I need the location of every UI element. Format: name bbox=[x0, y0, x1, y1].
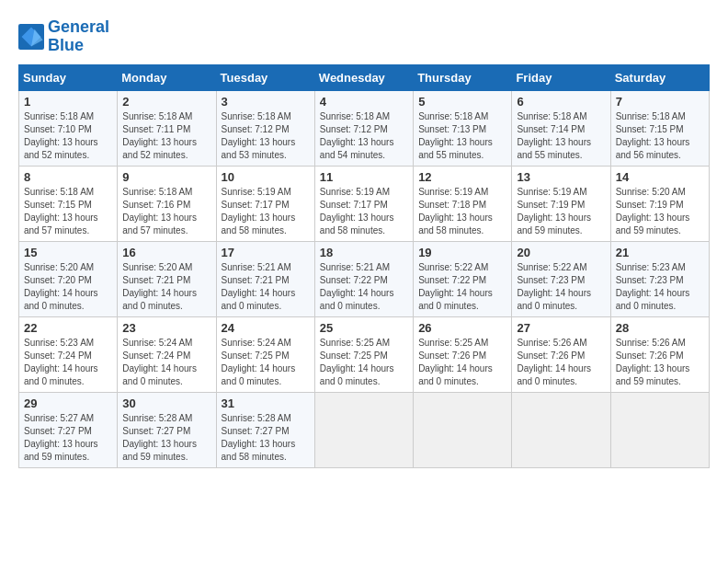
day-info: Sunrise: 5:18 AM Sunset: 7:12 PM Dayligh… bbox=[320, 110, 408, 162]
day-info: Sunrise: 5:18 AM Sunset: 7:10 PM Dayligh… bbox=[24, 110, 112, 162]
day-info: Sunrise: 5:28 AM Sunset: 7:27 PM Dayligh… bbox=[222, 412, 310, 464]
calendar-day-cell: 13 Sunrise: 5:19 AM Sunset: 7:19 PM Dayl… bbox=[512, 166, 610, 241]
calendar-day-cell: 2 Sunrise: 5:18 AM Sunset: 7:11 PM Dayli… bbox=[118, 90, 216, 166]
page-header: GeneralBlue bbox=[18, 18, 710, 55]
day-info: Sunrise: 5:19 AM Sunset: 7:18 PM Dayligh… bbox=[418, 186, 506, 237]
calendar-table: Sunday Monday Tuesday Wednesday Thursday… bbox=[18, 64, 710, 468]
calendar-week-row: 8 Sunrise: 5:18 AM Sunset: 7:15 PM Dayli… bbox=[19, 166, 710, 241]
day-number: 17 bbox=[222, 246, 310, 259]
day-info: Sunrise: 5:25 AM Sunset: 7:26 PM Dayligh… bbox=[418, 337, 506, 388]
col-monday: Monday bbox=[118, 64, 216, 90]
day-info: Sunrise: 5:21 AM Sunset: 7:22 PM Dayligh… bbox=[320, 261, 408, 313]
day-info: Sunrise: 5:22 AM Sunset: 7:23 PM Dayligh… bbox=[517, 261, 605, 313]
header-row: Sunday Monday Tuesday Wednesday Thursday… bbox=[19, 64, 710, 90]
calendar-day-cell: 14 Sunrise: 5:20 AM Sunset: 7:19 PM Dayl… bbox=[610, 166, 709, 241]
calendar-day-cell: 24 Sunrise: 5:24 AM Sunset: 7:25 PM Dayl… bbox=[216, 316, 314, 392]
calendar-week-row: 1 Sunrise: 5:18 AM Sunset: 7:10 PM Dayli… bbox=[19, 90, 710, 166]
day-info: Sunrise: 5:22 AM Sunset: 7:22 PM Dayligh… bbox=[418, 261, 506, 313]
col-thursday: Thursday bbox=[414, 64, 512, 90]
calendar-day-cell bbox=[610, 392, 709, 467]
day-number: 14 bbox=[616, 170, 704, 184]
day-number: 10 bbox=[222, 170, 310, 184]
calendar-day-cell: 29 Sunrise: 5:27 AM Sunset: 7:27 PM Dayl… bbox=[19, 392, 118, 467]
calendar-day-cell: 20 Sunrise: 5:22 AM Sunset: 7:23 PM Dayl… bbox=[512, 241, 610, 316]
day-number: 2 bbox=[122, 95, 210, 109]
calendar-day-cell: 7 Sunrise: 5:18 AM Sunset: 7:15 PM Dayli… bbox=[610, 90, 709, 166]
day-info: Sunrise: 5:18 AM Sunset: 7:11 PM Dayligh… bbox=[122, 110, 210, 162]
day-info: Sunrise: 5:18 AM Sunset: 7:15 PM Dayligh… bbox=[24, 186, 112, 237]
calendar-day-cell: 15 Sunrise: 5:20 AM Sunset: 7:20 PM Dayl… bbox=[19, 241, 118, 316]
day-number: 29 bbox=[24, 396, 112, 410]
calendar-day-cell: 4 Sunrise: 5:18 AM Sunset: 7:12 PM Dayli… bbox=[314, 90, 413, 166]
day-number: 5 bbox=[418, 95, 506, 109]
calendar-day-cell: 25 Sunrise: 5:25 AM Sunset: 7:25 PM Dayl… bbox=[314, 316, 413, 392]
day-number: 9 bbox=[122, 170, 210, 184]
calendar-day-cell: 8 Sunrise: 5:18 AM Sunset: 7:15 PM Dayli… bbox=[19, 166, 118, 241]
calendar-day-cell: 1 Sunrise: 5:18 AM Sunset: 7:10 PM Dayli… bbox=[19, 90, 118, 166]
day-number: 20 bbox=[517, 246, 605, 259]
day-number: 11 bbox=[320, 170, 408, 184]
day-number: 16 bbox=[122, 246, 210, 259]
calendar-week-row: 22 Sunrise: 5:23 AM Sunset: 7:24 PM Dayl… bbox=[19, 316, 710, 392]
day-number: 18 bbox=[320, 246, 408, 259]
calendar-day-cell: 3 Sunrise: 5:18 AM Sunset: 7:12 PM Dayli… bbox=[216, 90, 314, 166]
day-number: 26 bbox=[418, 321, 506, 335]
day-info: Sunrise: 5:20 AM Sunset: 7:19 PM Dayligh… bbox=[616, 186, 704, 237]
day-info: Sunrise: 5:20 AM Sunset: 7:20 PM Dayligh… bbox=[24, 261, 112, 313]
logo-text: GeneralBlue bbox=[48, 18, 109, 55]
day-info: Sunrise: 5:19 AM Sunset: 7:17 PM Dayligh… bbox=[320, 186, 408, 237]
calendar-day-cell: 5 Sunrise: 5:18 AM Sunset: 7:13 PM Dayli… bbox=[414, 90, 512, 166]
calendar-day-cell: 28 Sunrise: 5:26 AM Sunset: 7:26 PM Dayl… bbox=[610, 316, 709, 392]
day-number: 23 bbox=[122, 321, 210, 335]
day-info: Sunrise: 5:25 AM Sunset: 7:25 PM Dayligh… bbox=[320, 337, 408, 388]
calendar-day-cell bbox=[414, 392, 512, 467]
day-number: 15 bbox=[24, 246, 112, 259]
day-info: Sunrise: 5:23 AM Sunset: 7:23 PM Dayligh… bbox=[616, 261, 704, 313]
col-tuesday: Tuesday bbox=[216, 64, 314, 90]
calendar-day-cell: 11 Sunrise: 5:19 AM Sunset: 7:17 PM Dayl… bbox=[314, 166, 413, 241]
calendar-day-cell: 12 Sunrise: 5:19 AM Sunset: 7:18 PM Dayl… bbox=[414, 166, 512, 241]
logo: GeneralBlue bbox=[18, 18, 109, 55]
calendar-day-cell: 10 Sunrise: 5:19 AM Sunset: 7:17 PM Dayl… bbox=[216, 166, 314, 241]
day-info: Sunrise: 5:21 AM Sunset: 7:21 PM Dayligh… bbox=[222, 261, 310, 313]
day-info: Sunrise: 5:20 AM Sunset: 7:21 PM Dayligh… bbox=[122, 261, 210, 313]
day-info: Sunrise: 5:26 AM Sunset: 7:26 PM Dayligh… bbox=[616, 337, 704, 388]
calendar-day-cell: 26 Sunrise: 5:25 AM Sunset: 7:26 PM Dayl… bbox=[414, 316, 512, 392]
calendar-day-cell: 27 Sunrise: 5:26 AM Sunset: 7:26 PM Dayl… bbox=[512, 316, 610, 392]
day-info: Sunrise: 5:24 AM Sunset: 7:24 PM Dayligh… bbox=[122, 337, 210, 388]
day-number: 13 bbox=[517, 170, 605, 184]
day-info: Sunrise: 5:18 AM Sunset: 7:13 PM Dayligh… bbox=[418, 110, 506, 162]
day-number: 7 bbox=[616, 95, 704, 109]
calendar-week-row: 15 Sunrise: 5:20 AM Sunset: 7:20 PM Dayl… bbox=[19, 241, 710, 316]
calendar-day-cell bbox=[512, 392, 610, 467]
day-number: 8 bbox=[24, 170, 112, 184]
calendar-day-cell: 6 Sunrise: 5:18 AM Sunset: 7:14 PM Dayli… bbox=[512, 90, 610, 166]
day-number: 12 bbox=[418, 170, 506, 184]
col-sunday: Sunday bbox=[19, 64, 118, 90]
day-info: Sunrise: 5:24 AM Sunset: 7:25 PM Dayligh… bbox=[222, 337, 310, 388]
calendar-day-cell: 9 Sunrise: 5:18 AM Sunset: 7:16 PM Dayli… bbox=[118, 166, 216, 241]
day-info: Sunrise: 5:23 AM Sunset: 7:24 PM Dayligh… bbox=[24, 337, 112, 388]
day-info: Sunrise: 5:18 AM Sunset: 7:16 PM Dayligh… bbox=[122, 186, 210, 237]
calendar-day-cell: 17 Sunrise: 5:21 AM Sunset: 7:21 PM Dayl… bbox=[216, 241, 314, 316]
day-info: Sunrise: 5:19 AM Sunset: 7:19 PM Dayligh… bbox=[517, 186, 605, 237]
day-info: Sunrise: 5:18 AM Sunset: 7:14 PM Dayligh… bbox=[517, 110, 605, 162]
col-wednesday: Wednesday bbox=[314, 64, 413, 90]
day-info: Sunrise: 5:27 AM Sunset: 7:27 PM Dayligh… bbox=[24, 412, 112, 464]
day-number: 27 bbox=[517, 321, 605, 335]
day-info: Sunrise: 5:19 AM Sunset: 7:17 PM Dayligh… bbox=[222, 186, 310, 237]
day-number: 28 bbox=[616, 321, 704, 335]
calendar-day-cell: 19 Sunrise: 5:22 AM Sunset: 7:22 PM Dayl… bbox=[414, 241, 512, 316]
calendar-day-cell: 18 Sunrise: 5:21 AM Sunset: 7:22 PM Dayl… bbox=[314, 241, 413, 316]
day-info: Sunrise: 5:26 AM Sunset: 7:26 PM Dayligh… bbox=[517, 337, 605, 388]
day-number: 31 bbox=[222, 396, 310, 410]
calendar-day-cell: 23 Sunrise: 5:24 AM Sunset: 7:24 PM Dayl… bbox=[118, 316, 216, 392]
day-info: Sunrise: 5:28 AM Sunset: 7:27 PM Dayligh… bbox=[122, 412, 210, 464]
calendar-day-cell: 21 Sunrise: 5:23 AM Sunset: 7:23 PM Dayl… bbox=[610, 241, 709, 316]
calendar-day-cell: 16 Sunrise: 5:20 AM Sunset: 7:21 PM Dayl… bbox=[118, 241, 216, 316]
day-number: 1 bbox=[24, 95, 112, 109]
logo-icon bbox=[18, 24, 44, 50]
day-number: 4 bbox=[320, 95, 408, 109]
calendar-week-row: 29 Sunrise: 5:27 AM Sunset: 7:27 PM Dayl… bbox=[19, 392, 710, 467]
calendar-day-cell: 31 Sunrise: 5:28 AM Sunset: 7:27 PM Dayl… bbox=[216, 392, 314, 467]
